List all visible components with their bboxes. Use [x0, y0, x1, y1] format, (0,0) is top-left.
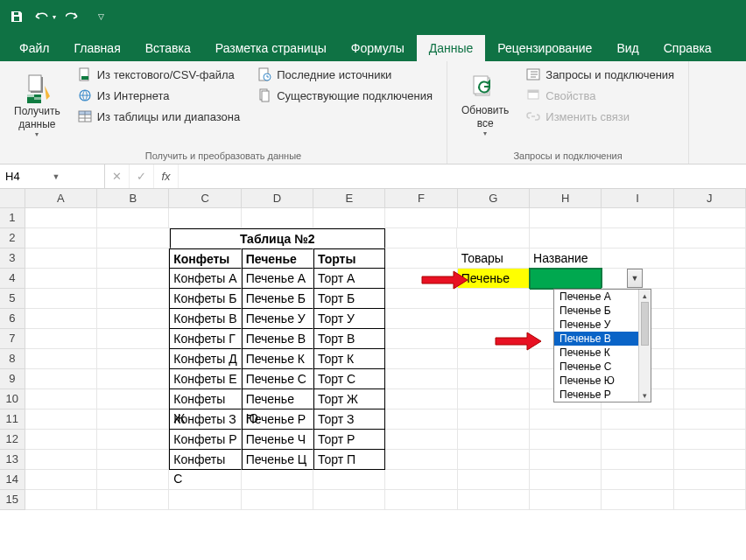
cell[interactable]	[169, 208, 241, 228]
cell[interactable]	[674, 228, 746, 248]
cell[interactable]	[97, 450, 169, 470]
fx-icon[interactable]: fx	[154, 164, 179, 188]
cell[interactable]	[25, 228, 97, 248]
cell[interactable]	[97, 309, 169, 329]
scroll-down-icon[interactable]: ▾	[639, 389, 651, 402]
cell[interactable]	[385, 329, 457, 349]
cell[interactable]: Печенье В	[242, 329, 313, 349]
cell[interactable]	[25, 248, 97, 269]
cell[interactable]: Печенье	[242, 248, 313, 269]
cell[interactable]	[242, 490, 313, 510]
get-data-button[interactable]: Получить данные ▾	[9, 65, 66, 148]
from-range-button[interactable]: Из таблицы или диапазона	[73, 107, 245, 126]
name-box[interactable]: H4▼	[0, 164, 105, 188]
cell[interactable]: Конфеты В	[169, 309, 241, 329]
cell[interactable]	[602, 450, 673, 470]
cell[interactable]	[385, 289, 457, 309]
cell[interactable]	[97, 470, 169, 490]
column-header[interactable]: F	[385, 189, 457, 208]
cell[interactable]	[385, 349, 457, 369]
cell[interactable]: Конфеты Г	[169, 329, 241, 349]
cell[interactable]	[25, 470, 97, 490]
cell[interactable]	[25, 329, 97, 349]
cell[interactable]: Торт П	[313, 450, 385, 470]
tab-разметка страницы[interactable]: Разметка страницы	[203, 35, 339, 61]
tab-данные[interactable]: Данные	[417, 35, 486, 61]
data-validation-dropdown-button[interactable]: ▼	[627, 269, 643, 288]
cell[interactable]: Печенье Р	[242, 410, 313, 430]
cell[interactable]	[169, 490, 241, 510]
cell[interactable]	[674, 490, 746, 510]
cell[interactable]	[169, 470, 241, 490]
cell[interactable]	[674, 289, 746, 309]
cell[interactable]	[385, 208, 457, 228]
cell[interactable]	[458, 289, 530, 309]
undo-icon[interactable]: ▾	[33, 5, 56, 28]
cell[interactable]: Печенье Ю	[242, 389, 313, 410]
cell[interactable]	[530, 269, 602, 289]
cell[interactable]	[602, 228, 673, 248]
cell[interactable]	[25, 430, 97, 450]
tab-вставка[interactable]: Вставка	[133, 35, 203, 61]
cell[interactable]: Торт К	[313, 349, 385, 369]
row-header[interactable]: 14	[0, 470, 25, 490]
dropdown-option[interactable]: Печенье К	[554, 346, 638, 360]
cell[interactable]	[313, 470, 385, 490]
tab-рецензирование[interactable]: Рецензирование	[485, 35, 604, 61]
row-header[interactable]: 5	[0, 289, 25, 309]
cell[interactable]	[602, 410, 673, 430]
cell[interactable]: Торт У	[313, 309, 385, 329]
cell[interactable]: Печенье У	[242, 309, 313, 329]
cell[interactable]: Торт С	[313, 369, 385, 389]
dropdown-option[interactable]: Печенье Б	[554, 304, 638, 318]
cell[interactable]	[602, 470, 673, 490]
cell[interactable]	[458, 490, 530, 510]
cell[interactable]	[97, 269, 169, 289]
cell[interactable]	[97, 289, 169, 309]
cell[interactable]	[458, 450, 530, 470]
cell[interactable]	[602, 208, 673, 228]
cell[interactable]: Конфеты Б	[169, 289, 241, 309]
column-header[interactable]: B	[97, 189, 169, 208]
spreadsheet-grid[interactable]: ABCDEFGHIJ 12Таблица №23КонфетыПеченьеТо…	[0, 189, 746, 510]
cell[interactable]	[385, 248, 457, 269]
cell[interactable]	[25, 349, 97, 369]
dropdown-option[interactable]: Печенье У	[554, 318, 638, 332]
column-header[interactable]: H	[530, 189, 602, 208]
cell[interactable]	[97, 208, 169, 228]
cell[interactable]: Конфеты Д	[169, 349, 241, 369]
cell[interactable]: Печенье А	[242, 269, 313, 289]
cell[interactable]: Печенье С	[242, 369, 313, 389]
row-header[interactable]: 7	[0, 329, 25, 349]
scrollbar[interactable]: ▴ ▾	[638, 290, 651, 402]
tab-главная[interactable]: Главная	[61, 35, 132, 61]
cell[interactable]	[530, 208, 602, 228]
refresh-all-button[interactable]: Обновить все ▾	[456, 65, 514, 148]
cell[interactable]: Конфеты	[169, 248, 241, 269]
cell[interactable]	[25, 410, 97, 430]
cell[interactable]	[530, 430, 602, 450]
cell[interactable]	[674, 410, 746, 430]
cell[interactable]	[313, 208, 385, 228]
cell[interactable]	[530, 228, 602, 248]
cell[interactable]	[25, 450, 97, 470]
cell[interactable]: Конфеты Ж	[169, 389, 241, 410]
from-web-button[interactable]: Из Интернета	[73, 86, 245, 105]
tab-файл[interactable]: Файл	[7, 35, 61, 61]
queries-button[interactable]: Запросы и подключения	[521, 65, 679, 84]
cell[interactable]	[530, 410, 602, 430]
row-header[interactable]: 4	[0, 269, 25, 289]
cell[interactable]	[385, 490, 457, 510]
cell[interactable]: Торт В	[313, 329, 385, 349]
cell[interactable]	[458, 208, 530, 228]
cell[interactable]	[25, 269, 97, 289]
dropdown-option[interactable]: Печенье С	[554, 360, 638, 374]
tab-вид[interactable]: Вид	[604, 35, 651, 61]
dropdown-option[interactable]: Печенье В	[554, 332, 638, 346]
column-header[interactable]: C	[169, 189, 241, 208]
row-header[interactable]: 9	[0, 369, 25, 389]
cell[interactable]: Печенье Ч	[242, 430, 313, 450]
cell[interactable]	[674, 450, 746, 470]
row-header[interactable]: 3	[0, 248, 25, 269]
cell[interactable]	[602, 490, 673, 510]
